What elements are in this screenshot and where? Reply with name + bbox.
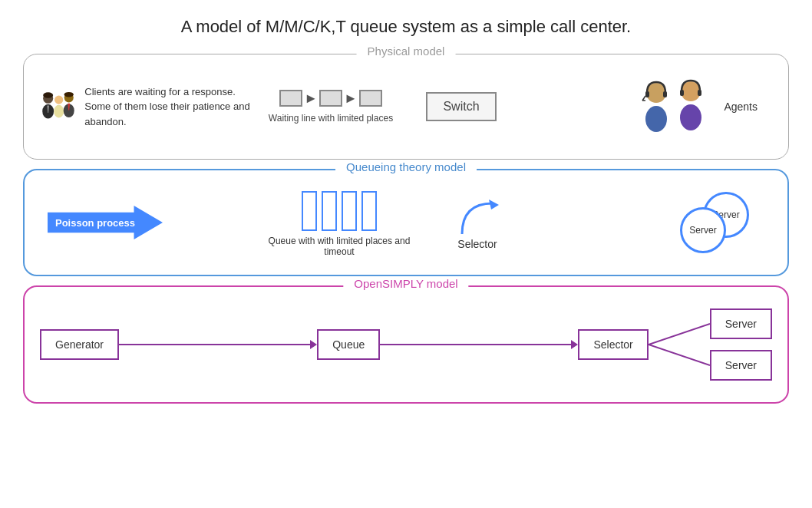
q-bar-4 xyxy=(361,191,377,231)
physical-model-label: Physical model xyxy=(357,45,456,58)
queue-box: Queue xyxy=(317,329,380,360)
server-box-2: Server xyxy=(710,350,772,381)
waiting-line-area: ► ► Waiting line with limited places xyxy=(254,90,408,124)
fan-connector xyxy=(649,310,710,379)
arrow-queue-selector xyxy=(571,340,578,349)
poisson-label: Poisson process xyxy=(55,217,135,229)
svg-line-21 xyxy=(649,324,710,345)
agents-label: Agents xyxy=(724,101,758,113)
queueing-model-section: Queueing theory model Poisson process Qu… xyxy=(23,169,789,276)
agents-area: Agents xyxy=(633,76,773,137)
wl-arrow-2: ► xyxy=(344,91,358,107)
wl-box-3 xyxy=(359,90,382,107)
svg-marker-20 xyxy=(489,200,499,209)
svg-line-18 xyxy=(642,96,645,101)
selector-box: Selector xyxy=(578,329,648,360)
page-title: A model of M/M/C/K,T queue system as a s… xyxy=(0,0,812,45)
clients-description: Clients are waiting for a response. Some… xyxy=(84,84,254,130)
server-circles: Server Server xyxy=(680,192,764,253)
queue-bars xyxy=(302,189,377,231)
wl-box-1 xyxy=(279,90,302,107)
servers-area: Server Server xyxy=(680,192,772,253)
queueing-model-label: Queueing theory model xyxy=(335,160,477,173)
generator-box: Generator xyxy=(40,329,119,360)
queue-label: Queue with with limited places and timeo… xyxy=(255,236,424,257)
svg-line-22 xyxy=(649,345,710,365)
server-circle-2: Server xyxy=(680,207,726,253)
svg-rect-16 xyxy=(680,90,684,96)
svg-point-7 xyxy=(43,92,53,97)
selector-icon xyxy=(454,196,500,238)
svg-point-4 xyxy=(54,105,64,118)
poisson-arrow: Poisson process xyxy=(48,206,163,239)
line-gen-queue xyxy=(119,344,310,345)
wl-box-2 xyxy=(319,90,342,107)
queue-bars-area: Queue with with limited places and timeo… xyxy=(255,189,424,257)
selector-label-q: Selector xyxy=(457,238,497,250)
q-bar-1 xyxy=(302,191,317,231)
q-bar-3 xyxy=(342,191,357,231)
opensimply-model-section: OpenSIMPLY model Generator Queue Selecto… xyxy=(23,285,789,404)
poisson-area: Poisson process xyxy=(40,206,255,239)
svg-rect-12 xyxy=(645,91,649,97)
svg-rect-13 xyxy=(663,91,667,97)
switch-area: Switch xyxy=(408,92,515,121)
opensimply-row: Generator Queue Selector Server Server xyxy=(40,301,772,388)
waiting-line-label: Waiting line with limited places xyxy=(269,113,393,124)
opensimply-model-label: OpenSIMPLY model xyxy=(343,277,468,290)
server-box-1: Server xyxy=(710,308,772,339)
svg-point-11 xyxy=(645,106,667,132)
svg-point-3 xyxy=(54,96,63,104)
svg-point-8 xyxy=(64,92,74,97)
svg-point-15 xyxy=(680,104,701,130)
line-queue-selector xyxy=(380,344,571,345)
waiting-line-boxes: ► ► xyxy=(279,90,382,107)
wl-arrow-1: ► xyxy=(304,91,318,107)
agents-icons xyxy=(633,76,718,137)
arrow-gen-queue xyxy=(310,340,317,349)
arrow-body: Poisson process xyxy=(48,206,163,239)
clients-area: Clients are waiting for a response. Some… xyxy=(39,72,254,141)
q-bar-2 xyxy=(322,191,337,231)
selector-area: Selector xyxy=(424,196,531,250)
clients-icons xyxy=(39,72,78,141)
switch-box: Switch xyxy=(426,92,496,121)
svg-rect-17 xyxy=(698,90,701,96)
server-boxes: Server Server xyxy=(710,308,772,381)
physical-model-section: Physical model xyxy=(23,54,789,160)
